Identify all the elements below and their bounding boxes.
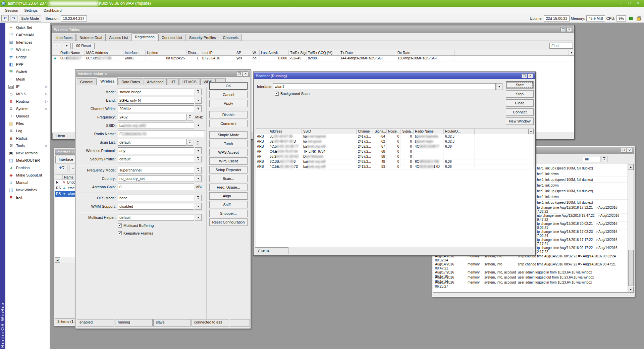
sidebar-item-make-supout-rif[interactable]: ◈Make Supout.rif [5, 171, 50, 179]
sidebar-item-partition[interactable]: ◕Partition [5, 164, 50, 171]
tab-ht[interactable]: HT [167, 78, 179, 85]
sidebar-item-manual[interactable]: ℹManual [5, 179, 50, 186]
column-header[interactable] [256, 129, 268, 134]
column-header[interactable]: Rx Rate [396, 50, 454, 55]
column-header[interactable]: Address [268, 129, 302, 134]
apply-button[interactable]: Apply [209, 100, 248, 107]
scanner-titlebar[interactable]: Scanner (Running)❐✕ [254, 72, 535, 79]
frequency-field[interactable]: 2462 [118, 114, 186, 120]
dropdown-button[interactable]: ▼ [195, 105, 202, 112]
log-filter-input[interactable] [583, 156, 600, 162]
column-header[interactable]: Channel [357, 129, 373, 134]
dropdown-button[interactable]: ▼ [195, 175, 202, 182]
tab-data-rates[interactable]: Data Rates [118, 78, 143, 85]
wireless-tables-titlebar[interactable]: Wireless Tables❐✕ [52, 26, 574, 33]
sidebar-item-metarouter[interactable]: ◫MetaROUTER [5, 157, 50, 164]
column-header[interactable]: Radio Name [59, 50, 85, 55]
session-input[interactable]: 10.23.64.237 [61, 15, 87, 21]
keepalive-frames-checkbox[interactable]: ✔Keepalive Frames [118, 231, 153, 236]
sidebar-item-radius[interactable]: ♟Radius [5, 135, 50, 142]
tab-interfaces[interactable]: Interfaces [53, 34, 76, 41]
dropdown-button[interactable]: ▼ [195, 167, 202, 173]
sniff--button[interactable]: Sniff... [209, 201, 248, 208]
tab-channels[interactable]: Channels [220, 34, 242, 41]
menu-item-session[interactable]: Session [2, 7, 21, 13]
disable-button[interactable]: Disable [209, 111, 248, 118]
mode-field[interactable]: station bridge [118, 89, 194, 95]
table-row[interactable]: ARB02:6D:4B:67:3CDtip.net guest2417/2...… [256, 139, 534, 144]
column-picker-button[interactable]: ▼ [528, 129, 534, 134]
dropdown-button[interactable]: ▼ [195, 89, 202, 95]
close-button[interactable]: Close [506, 99, 534, 107]
dropdown-button[interactable]: ▼ [195, 195, 202, 201]
table-row[interactable]: ◈6C3B02A2176C:3B:A2:17:0B ..wlan18d 02:2… [52, 56, 574, 61]
add-button[interactable]: ✚▼ [56, 165, 67, 171]
radio-name-field[interactable]: EC3B02A0317D [118, 131, 205, 137]
interface-dialog-titlebar[interactable]: Interface <wlan1>❐✕ [76, 70, 250, 77]
column-header[interactable]: Signa... [373, 129, 387, 134]
table-row[interactable]: AP58:2A:FC:31:2D:63Dani Network2457/2...… [256, 154, 534, 159]
menu-item-settings[interactable]: Settings [21, 7, 41, 13]
sidebar-item-files[interactable]: ▤Files [5, 120, 50, 127]
channel-width-field[interactable]: 20MHz [118, 105, 194, 112]
dfs-mode-field[interactable]: none [118, 195, 194, 201]
table-row[interactable]: ARB4C:5E:0C:10:2B:77bajmok.org wifi2432/… [256, 144, 534, 149]
interface-combo[interactable]: wlan1 [273, 83, 496, 90]
spinner-control[interactable]: ▲▼ [195, 139, 201, 146]
column-header[interactable]: W... [251, 50, 260, 55]
dropdown-button[interactable]: ▼ [195, 147, 202, 154]
sidebar-item-routing[interactable]: ⇅Routing▷ [5, 98, 50, 105]
frequency-mode-field[interactable]: superchannel [118, 167, 194, 173]
close-icon[interactable]: ✕ [528, 73, 533, 78]
column-header[interactable] [52, 50, 59, 55]
dropdown-button[interactable]: ▼ [195, 156, 202, 162]
column-picker-button[interactable]: ▼ [569, 50, 574, 55]
tab-ht-mcs[interactable]: HT MCS [179, 78, 200, 85]
reset-configuration-button[interactable]: Reset Configuration [209, 218, 248, 226]
minimize-icon[interactable]: ─ [616, 1, 625, 6]
close-icon[interactable]: ✕ [627, 148, 632, 153]
band-field[interactable]: 2GHz-only-N [118, 97, 194, 104]
security-profile-field[interactable]: default [118, 156, 194, 162]
column-header[interactable]: Last Activit... [260, 50, 289, 55]
maximize-icon[interactable]: ❐ [237, 71, 242, 76]
undo-button[interactable]: ↶ [1, 15, 9, 21]
sidebar-item-mesh[interactable]: ∴Mesh [5, 76, 50, 83]
dropdown-button[interactable]: ▼ [195, 97, 202, 104]
start-button[interactable]: Start [506, 81, 534, 89]
table-row[interactable]: ARB4C:5E:9C:A0:317Dbajmok.org wifi2412/2… [256, 164, 534, 169]
scroll-left-button[interactable]: ◀ [55, 257, 60, 263]
reset-button[interactable]: 00 Reset [72, 43, 95, 49]
log-row[interactable]: Aug/17/2016 06:25:27memorysystem, info, … [433, 280, 628, 285]
sidebar-item-queues[interactable]: ◔Queues [5, 112, 50, 120]
scan-list-field[interactable]: default [118, 139, 186, 146]
scroll-thumb[interactable] [628, 250, 634, 286]
column-header[interactable]: Interface [123, 50, 146, 55]
column-header[interactable]: RouterO... [444, 129, 475, 134]
tab-general[interactable]: General [77, 78, 97, 85]
maximize-icon[interactable]: ❐ [522, 73, 527, 78]
tab-advanced[interactable]: Advanced [144, 78, 167, 85]
close-icon[interactable]: ✕ [567, 27, 572, 32]
dropdown-button[interactable]: ▼ [186, 139, 193, 146]
column-header[interactable]: Last IP [200, 50, 235, 55]
column-header[interactable]: Noise... [387, 129, 401, 134]
background-scan-checkbox[interactable]: ✔Background Scan [275, 91, 310, 96]
filter-button[interactable]: ▼ [63, 43, 71, 49]
sidebar-item-ip[interactable]: 255IP▷ [5, 83, 50, 90]
antenna-gain-field[interactable]: 0 [118, 184, 194, 190]
column-header[interactable]: Uptime [146, 50, 186, 55]
log-row[interactable]: Aug/17/2016 06:17:10memorysystem, info, … [433, 270, 628, 275]
tab-connect-list[interactable]: Connect List [158, 34, 185, 41]
sidebar-item-mpls[interactable]: ◇MPLS▷ [5, 90, 50, 98]
new-window-button[interactable]: New Window [506, 117, 534, 125]
comment-button[interactable]: Comment [209, 120, 248, 127]
log-row[interactable]: Aug/17/2016 06:17:14memorysystem, info, … [433, 275, 628, 280]
dropdown-button[interactable]: ▼ [195, 214, 202, 221]
sidebar-item-tools[interactable]: ⚒Tools▷ [5, 142, 50, 149]
sidebar-item-system[interactable]: ⚙System▷ [5, 105, 50, 112]
interface-combo-dropdown[interactable]: ▼ [496, 83, 502, 90]
ok-button[interactable]: OK [209, 82, 248, 90]
tab-wireless[interactable]: Wireless [97, 78, 118, 85]
sidebar-item-bridge[interactable]: ⇄Bridge [5, 53, 50, 61]
